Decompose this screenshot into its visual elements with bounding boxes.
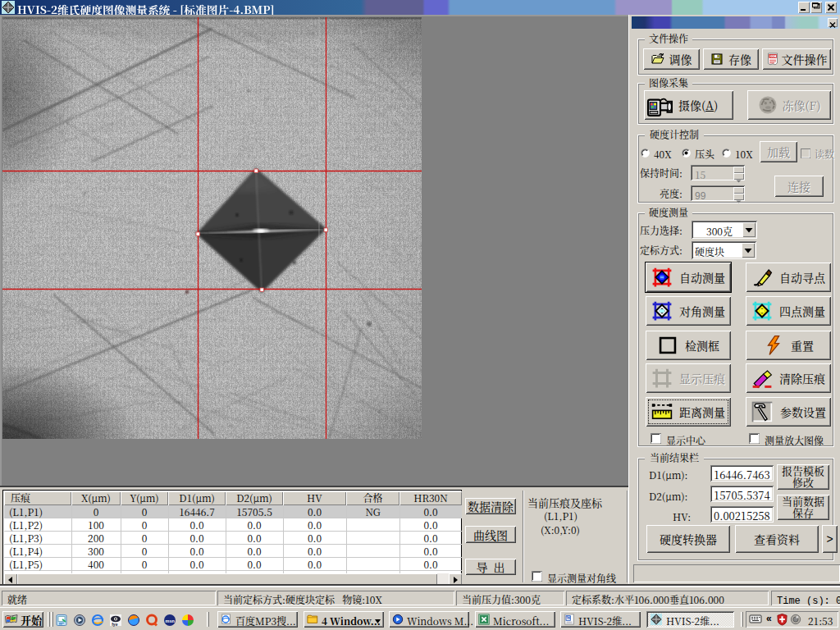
svg-text:DOC: DOC [769, 55, 776, 58]
svg-text:fye: fye [112, 622, 117, 627]
svg-text:W: W [567, 615, 572, 620]
svg-text:msn: msn [166, 619, 176, 623]
